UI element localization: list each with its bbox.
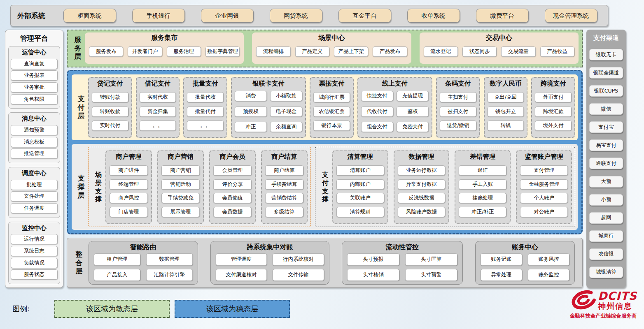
payment-platform-architecture-diagram: 外部系统 柜面系统手机银行企业网银网贷系统互金平台收单系统缴费平台现金管理系统 … [0, 0, 644, 329]
management-item-box: 角色权限 [11, 94, 58, 104]
payment-item-box: 代收代付 [361, 107, 393, 117]
payment-channels-panel: 支付渠道 银联无卡银联全渠道银联CUPS微信支付宝易宝支付通联支付大额小额超网城… [586, 30, 626, 288]
service-group-title: 交易中心 [424, 34, 574, 42]
payment-item-box: 余额查询 [270, 122, 302, 132]
scene-support-label: 场景支撑 [94, 171, 103, 203]
payment-channel-box: 农信银 [589, 248, 623, 260]
payment-support-categories: 清算管理清算账户内部账户关联账户清算规则数据管理业务运行数据异常支付数据反洗钱数… [332, 150, 572, 224]
scene-support-category: 商户管理商户进件终端管理商户风控门店管理 [105, 150, 152, 224]
management-item-box: 运行情况 [11, 234, 58, 244]
payment-category-title: 贷记支付 [92, 79, 128, 88]
payment-category-title: 线上支付 [361, 79, 429, 88]
service-group: 场景中心流程编排产品定义产品上下架产品发布 [252, 32, 411, 64]
scene-support-item-box: 商户营销 [161, 165, 200, 176]
service-item-box: 数据字典管理 [205, 46, 240, 57]
integration-item-box: 头寸预警 [405, 269, 457, 281]
integration-item-box: 账务记账 [481, 253, 522, 266]
payment-support-item-box: 冲正/补正 [459, 207, 506, 217]
management-section-title: 调度中心 [11, 169, 58, 177]
payment-item-box: 消费 [235, 91, 267, 101]
payment-support-item-box: 反洗钱数据 [398, 193, 446, 203]
service-layer-label: 服务层 [74, 35, 82, 61]
payment-support-item-box: 支付管理 [520, 165, 568, 176]
payment-category-items: 外币支付跨境汇款境外支付 [535, 88, 572, 134]
scene-support-category-items: 会员管理评价分享会员储值会员数据 [213, 162, 252, 221]
external-systems-label: 外部系统 [17, 11, 55, 21]
payment-layer: 支付层 贷记支付转账付款转账收款实时代付借记支付实时代收资金归集。。批量支付批量… [72, 74, 578, 140]
integration-item-box: 支付渠道核对 [216, 269, 267, 281]
scene-support-category-title: 商户营销 [161, 153, 200, 161]
payment-support-item-box: 异常支付数据 [398, 179, 446, 190]
management-section: 监控中心运行情况系统日志负载情况服务状态 [8, 222, 60, 284]
external-systems-list: 柜面系统手机银行企业网银网贷系统互金平台收单系统缴费平台现金管理系统 [55, 9, 608, 23]
payment-channel-box: 银联全渠道 [589, 67, 623, 79]
scene-support-category-title: 商户会员 [213, 153, 252, 161]
dcits-swirl-icon [569, 289, 597, 311]
payment-item-box: 主扫支付 [440, 92, 476, 102]
scene-support-category-items: 商户结算手续费结算营销费结算多级结算 [265, 162, 303, 221]
payment-support-category: 监管账户管理支付管理金融服务管理个人账户对公账户 [516, 150, 572, 224]
payment-item-box: 。。 [187, 120, 224, 131]
payment-support-category-title: 清算管理 [336, 153, 384, 161]
service-item-box: 产品上下架 [334, 46, 368, 57]
payment-channel-box: 通联支付 [589, 158, 623, 169]
payment-category: 数字人民币兑出/兑回钱包开立转钱 [484, 77, 528, 138]
payment-category-items: 城商行汇票农信银汇票银行本票 [313, 88, 350, 134]
payment-support-zone: 支付支撑 清算管理清算账户内部账户关联账户清算规则数据管理业务运行数据异常支付数… [315, 147, 575, 227]
payment-support-item-box: 个人账户 [520, 193, 568, 203]
management-item-box: 文件处理 [11, 191, 58, 202]
external-system-box: 企业网银 [201, 9, 254, 23]
integration-item-box: 管理调度 [216, 253, 267, 266]
payment-item-box: 钱包开立 [488, 107, 524, 117]
integration-group: 流动性管控头寸预报头寸匡算头寸核销头寸预警 [342, 241, 463, 285]
scene-support-item-box: 商户结算 [265, 165, 303, 176]
service-group-items: 流水登记状态同步交易流量产品收益 [424, 42, 574, 61]
scene-support-item-box: 营销费结算 [265, 193, 303, 203]
payment-channels-list: 银联无卡银联全渠道银联CUPS微信支付宝易宝支付通联支付大额小额超网城商行农信银… [589, 42, 623, 285]
payment-category: 票据支付城商行汇票农信银汇票银行本票 [310, 77, 354, 138]
service-group-title: 场景中心 [256, 34, 407, 42]
payment-item-box: 转账付款 [92, 92, 128, 102]
payment-support-category-title: 差错管理 [459, 153, 506, 161]
scene-support-category-items: 商户进件终端管理商户风控门店管理 [110, 162, 148, 221]
payment-support-category-items: 退汇手工入账挂账处理冲正/补正 [459, 162, 506, 221]
scene-support-item-box: 会员管理 [213, 165, 252, 176]
scene-support-zone: 场景支撑 商户管理商户进件终端管理商户风控门店管理商户营销商户营销营销活动手续费… [88, 147, 311, 227]
service-group: 交易中心流水登记状态同步交易流量产品收益 [420, 32, 579, 64]
integration-group-items: 租户管理数据管理产品接入汇路计算引擎 [94, 253, 193, 281]
service-layer: 服务层 服务集市服务发布开发者门户服务治理数据字典管理场景中心流程编排产品定义产… [67, 30, 583, 67]
integration-group: 跨系统集中对账管理调度行内系统核对支付渠道核对文件传输 [210, 241, 329, 285]
payment-item-box: 批量代收 [187, 92, 224, 102]
stable-region: 支付层 贷记支付转账付款转账收款实时代付借记支付实时代收资金归集。。批量支付批量… [67, 70, 583, 234]
payment-category-items: 消费小额取款预授权电子现金冲正余额查询 [235, 88, 302, 134]
integration-item-box: 租户管理 [94, 253, 140, 266]
logo-brand: DCITS [598, 290, 637, 302]
payment-item-box: 被扫支付 [440, 107, 476, 117]
external-system-box: 互金平台 [338, 9, 391, 23]
payment-category-items: 批量代收批量代付。。 [187, 88, 224, 134]
scene-support-category: 商户会员会员管理评价分享会员储值会员数据 [209, 150, 256, 224]
payment-category-title: 数字人民币 [488, 79, 524, 88]
management-item-box: 业务审批 [11, 82, 58, 93]
payment-category-items: 兑出/兑回钱包开立转钱 [488, 88, 524, 134]
payment-support-item-box: 对公账户 [520, 207, 568, 217]
payment-support-item-box: 金融服务管理 [520, 179, 568, 190]
management-item-box: 业务报表 [11, 70, 58, 81]
service-item-box: 产品发布 [373, 46, 407, 57]
payment-channel-box: 城银清算 [589, 266, 623, 278]
external-system-box: 缴费平台 [476, 9, 529, 23]
service-item-box: 服务治理 [167, 46, 201, 57]
scene-support-item-box: 营销活动 [161, 179, 200, 190]
payment-category-title: 跨境支付 [535, 79, 572, 88]
scene-support-item-box: 会员储值 [213, 193, 252, 203]
integration-group: 智能路由租户管理数据管理产品接入汇路计算引擎 [89, 241, 198, 285]
management-section-items: 运行情况系统日志负载情况服务状态 [11, 233, 58, 281]
payment-category-title: 借记支付 [140, 79, 176, 88]
management-platform-panel: 管理平台 运管中心查询查复业务报表业务审批角色权限消息中心通知预警消息模板推送管… [5, 30, 63, 288]
scene-support-item-box: 展示管理 [161, 207, 200, 217]
legend: 图例: 该区域为敏态层 该区域为稳态层 [12, 300, 290, 318]
payment-item-box: 跨境汇款 [535, 107, 572, 117]
management-platform-title: 管理平台 [8, 34, 60, 43]
payment-item-box: 外币支付 [535, 92, 572, 102]
logo-company: 神州信息 [598, 302, 637, 310]
